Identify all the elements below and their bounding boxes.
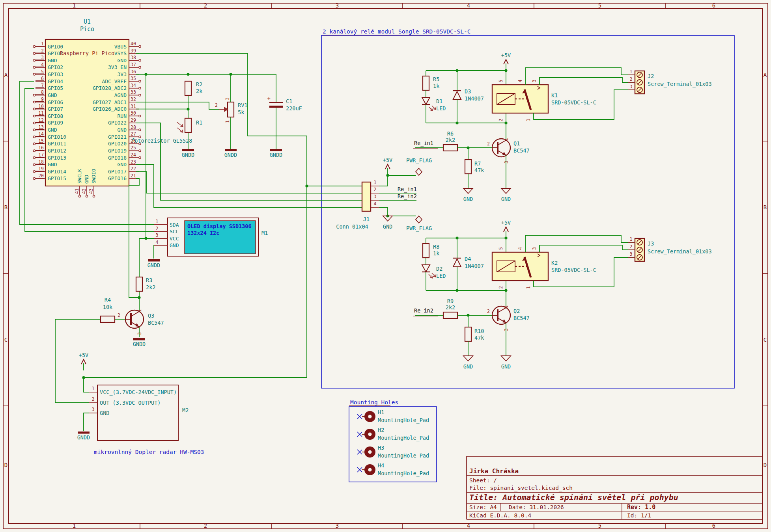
pico-pin-number: 7: [41, 83, 44, 88]
border-column-label: 5: [598, 523, 601, 529]
gnd-label: GND: [383, 223, 392, 230]
led-arrow: [429, 107, 433, 111]
junction-dot: [504, 69, 507, 72]
gnd-symbol: [463, 188, 473, 193]
resistor-symbol[interactable]: [423, 244, 429, 258]
j1-pin-number: 2: [374, 187, 377, 192]
relay-pin: 3: [532, 80, 537, 82]
pico-pin-name: GND: [48, 162, 57, 167]
resistor-symbol[interactable]: [136, 277, 142, 291]
resistor-symbol[interactable]: [423, 76, 429, 90]
r2-value: 2k: [196, 88, 202, 94]
pico-pin-name: AGND: [114, 92, 127, 98]
net-label-re-in2: Re_in2: [398, 193, 417, 200]
photo-arrow: [177, 128, 183, 132]
pico-pin-number: 39: [131, 48, 136, 54]
junction-dot: [138, 296, 140, 299]
pico-pin-number: 23: [131, 159, 136, 165]
pico-pin-name: GPIO27_ADC1: [93, 99, 127, 105]
rv1-pin2: 2: [215, 102, 218, 108]
j1-value: Conn_01x04: [336, 223, 368, 230]
mounting-hole-center: [368, 433, 372, 436]
resistor-symbol[interactable]: [443, 312, 457, 318]
relay-ref: K2: [551, 260, 558, 266]
pico-pin-name: GPIO28_ADC2: [93, 85, 127, 91]
pico-pin-number: 16: [38, 145, 44, 151]
rbase-ref: R9: [447, 298, 454, 304]
c1-plate-bottom: [269, 106, 283, 108]
pico-pin-name: GPIO16: [108, 175, 127, 181]
pico-pin-number: 9: [41, 97, 44, 102]
pwr-flag-label: PWR_FLAG: [406, 225, 432, 232]
pico-pin-number: 11: [38, 110, 44, 116]
pico-pin-name: GPIO11: [48, 141, 66, 147]
pico-pin-number: 12: [38, 117, 44, 123]
rpull-value: 47k: [474, 335, 484, 341]
pico-pin-number: 13: [38, 125, 44, 130]
pico-pin-name: GPIO7: [48, 106, 63, 112]
j1-pin-number: 4: [374, 201, 377, 206]
pico-pin-name: GND: [48, 58, 57, 63]
radar-pin-number: 3: [92, 407, 95, 412]
pico-overlay: Raspberry Pi Pico: [60, 50, 114, 56]
pico-pin-number: 5: [41, 69, 44, 74]
screw-pin-number: 1: [630, 69, 633, 74]
radar-pin-number: 1: [92, 386, 95, 391]
border-row-label: B: [4, 204, 7, 210]
gndd-symbol: [225, 149, 237, 151]
photo-arrow: [177, 122, 183, 127]
unconnected-pin-circle: [139, 94, 141, 96]
pico-pin-name: GPIO18: [108, 155, 127, 161]
unconnected-pin-circle: [33, 115, 35, 117]
resistor-symbol[interactable]: [443, 145, 457, 151]
border-column-label: 3: [336, 523, 339, 529]
unconnected-pin-circle: [33, 45, 35, 47]
schematic-canvas[interactable]: 112233445566AABBCCDDU1PicoRaspberry Pi P…: [0, 0, 771, 532]
pico-pin-name: GND: [118, 58, 127, 63]
unconnected-pin-circle: [33, 108, 35, 110]
pico-pin-number: 21: [131, 173, 136, 179]
resistor-symbol[interactable]: [185, 118, 191, 132]
border-column-label: 5: [598, 2, 601, 9]
mounting-hole-center: [368, 415, 372, 419]
unconnected-pin-circle: [33, 156, 35, 158]
gnd-label: GND: [463, 196, 473, 202]
j1-symbol[interactable]: [362, 182, 371, 211]
q3-pin3: 3: [137, 332, 142, 335]
pico-pin-name: GND: [118, 162, 127, 167]
pico-pin-number: 15: [38, 138, 44, 144]
oled-screen-line2: 132x24 I2c: [187, 230, 219, 236]
titleblock-file: File: spinani_svetel.kicad_sch: [469, 485, 573, 491]
resistor-symbol[interactable]: [465, 160, 471, 174]
rv1-symbol[interactable]: [228, 102, 234, 117]
titleblock-sheet: Sheet: /: [469, 477, 497, 484]
screw-value: Screw_Terminal_01x03: [648, 248, 712, 255]
resistor-symbol[interactable]: [185, 81, 191, 95]
rbase-ref: R6: [447, 130, 454, 137]
junction-dot: [82, 376, 85, 379]
resistor-symbol[interactable]: [101, 316, 115, 322]
r4-value: 10k: [103, 304, 112, 310]
gndd-label: GNDD: [147, 262, 161, 268]
pico-pin-number: 27: [131, 131, 136, 137]
c1-ref: C1: [286, 98, 292, 104]
border-column-label: 1: [73, 2, 76, 9]
led-arrow: [429, 274, 433, 278]
led-arrow: [432, 106, 436, 110]
pico-pin-number: 41: [74, 188, 80, 194]
pico-pin-name: VSYS: [114, 50, 127, 56]
q-value: BC547: [513, 315, 530, 321]
pico-pin-name: GPIO8: [48, 113, 63, 119]
unconnected-pin-circle: [33, 122, 35, 124]
unconnected-pin-circle: [33, 143, 35, 145]
resistor-symbol[interactable]: [465, 327, 471, 341]
pwr-flag-label: PWR_FLAG: [406, 157, 432, 164]
r1-ref: R1: [196, 119, 202, 126]
gnd-label: GND: [501, 196, 511, 202]
pico-pin-name: GPIO19: [108, 148, 127, 154]
unconnected-pin-circle: [86, 195, 88, 197]
oled-pin-number: 3: [156, 233, 159, 238]
diode-ref: D3: [465, 88, 471, 95]
q3-pin2: 2: [118, 313, 120, 318]
rled-ref: R5: [433, 76, 439, 82]
